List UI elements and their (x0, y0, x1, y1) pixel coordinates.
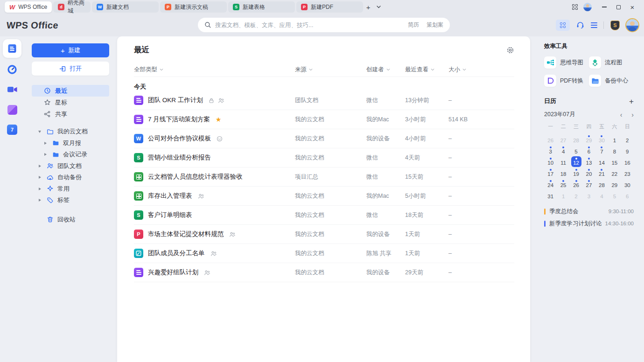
calendar-day[interactable]: 1 (557, 190, 569, 201)
app-tab[interactable]: P新建演示文稿 (160, 1, 227, 13)
calendar-day[interactable]: 2 (621, 134, 634, 145)
table-row[interactable]: 云文档管人员信息统计表理器验收项目汇总微信15天前– (134, 167, 514, 187)
calendar-day[interactable]: 12 (570, 156, 582, 167)
caret-right-icon[interactable] (37, 199, 42, 202)
calendar-event[interactable]: 季度总结会9:30-11:00 (544, 205, 634, 217)
calendar-event[interactable]: 新季度学习计划讨论14:30-16:00 (544, 217, 634, 230)
app-tab[interactable]: P新建PDF (296, 1, 363, 13)
calendar-day[interactable]: 19 (570, 167, 582, 178)
calendar-day[interactable]: 7 (595, 145, 608, 156)
app-tab[interactable]: WWPS Office (5, 1, 52, 13)
tree-item-我的云文档[interactable]: 我的云文档 (32, 126, 109, 138)
calendar-day[interactable]: 5 (608, 190, 621, 201)
member-badge-icon[interactable]: S (610, 20, 620, 30)
calendar-prev-button[interactable]: ‹ (620, 111, 623, 118)
calendar-day[interactable]: 6 (582, 145, 595, 156)
tool-PDF转换[interactable]: PDF转换 (544, 75, 589, 87)
rail-item-docs-home[interactable] (3, 39, 21, 58)
rail-item-meeting[interactable] (3, 80, 21, 99)
calendar-day[interactable]: 11 (557, 156, 569, 167)
calendar-day[interactable]: 1 (608, 134, 621, 145)
user-avatar[interactable] (626, 19, 638, 31)
rail-item-apps[interactable] (3, 100, 21, 119)
calendar-day[interactable]: 28 (570, 134, 582, 145)
filter-最近查看[interactable]: 最近查看 (405, 66, 448, 74)
table-row[interactable]: 7 月线下活动策划方案★我的云文档我的Mac3小时前514 KB (134, 110, 514, 129)
filter-大小[interactable]: 大小 (448, 66, 514, 74)
calendar-day[interactable]: 27 (557, 134, 569, 145)
sidebar-item-共享[interactable]: 共享 (32, 108, 109, 120)
table-row[interactable]: 库存出入管理表我的云文档我的Mac5小时前– (134, 187, 514, 206)
calendar-day[interactable]: 21 (595, 167, 608, 178)
caret-right-icon[interactable] (37, 176, 42, 179)
sidebar-item-回收站[interactable]: 回收站 (32, 214, 109, 226)
calendar-day[interactable]: 17 (544, 167, 557, 178)
table-row[interactable]: 兴趣爱好组队计划我的云文档我的设备29天前– (134, 263, 514, 282)
table-row[interactable]: S客户订单明细表我的云文档微信18天前– (134, 206, 514, 225)
calendar-day[interactable]: 6 (621, 190, 634, 201)
calendar-day[interactable]: 9 (621, 145, 634, 156)
app-tab[interactable]: W新建文档 (92, 1, 159, 13)
calendar-day[interactable]: 22 (608, 167, 621, 178)
table-row[interactable]: 团队 OKR 工作计划团队文档微信13分钟前– (134, 91, 514, 110)
tree-item-标签[interactable]: 标签 (32, 195, 109, 206)
calendar-day[interactable]: 4 (595, 190, 608, 201)
calendar-day[interactable]: 26 (544, 134, 557, 145)
calendar-day[interactable]: 29 (582, 134, 595, 145)
minimize-button[interactable] (597, 1, 611, 13)
sidebar-item-最近[interactable]: 最近 (32, 85, 109, 97)
calendar-day[interactable]: 15 (608, 156, 621, 167)
tool-思维导图[interactable]: 思维导图 (544, 56, 589, 69)
calendar-next-button[interactable]: › (631, 111, 634, 118)
calendar-day[interactable]: 25 (557, 179, 569, 189)
table-row[interactable]: P市场主体登记提交材料规范我的云文档我的设备1天前– (134, 225, 514, 244)
rail-item-calendar[interactable]: 7 (3, 120, 21, 139)
caret-right-icon[interactable] (37, 188, 42, 190)
new-tab-button[interactable]: + (363, 2, 373, 12)
filter-全部类型[interactable]: 全部类型 (134, 66, 295, 74)
filter-来源[interactable]: 来源 (295, 66, 366, 74)
tool-流程图[interactable]: 流程图 (589, 56, 634, 69)
calendar-day[interactable]: 23 (621, 167, 634, 178)
tab-list-chevron-icon[interactable] (373, 2, 384, 12)
calendar-day[interactable]: 16 (621, 156, 634, 167)
tree-item-自动备份[interactable]: 自动备份 (32, 172, 109, 183)
list-settings-gear-icon[interactable] (506, 46, 514, 54)
star-icon[interactable]: ★ (216, 116, 222, 123)
tree-item-会议记录[interactable]: 会议记录 (32, 149, 109, 160)
app-tab[interactable]: S新建表格 (228, 1, 295, 13)
calendar-day[interactable]: 30 (621, 179, 634, 189)
sidebar-item-星标[interactable]: 星标 (32, 97, 109, 108)
tool-备份中心[interactable]: 备份中心 (589, 75, 634, 87)
calendar-day[interactable]: 10 (544, 156, 557, 167)
add-event-button[interactable]: + (629, 97, 634, 105)
search-hotword[interactable]: 简历 (408, 21, 419, 29)
tree-item-双月报[interactable]: 双月报 (32, 138, 109, 149)
search-input[interactable] (215, 22, 404, 28)
calendar-day[interactable]: 2 (570, 190, 582, 201)
table-row[interactable]: W公司对外合作协议模板我的云文档我的设备4小时前– (134, 129, 514, 148)
search-bar[interactable]: 简历策划案 (198, 18, 450, 32)
tree-item-团队文档[interactable]: 团队文档 (32, 160, 109, 172)
app-center-icon[interactable] (556, 20, 570, 31)
calendar-day[interactable]: 14 (595, 156, 608, 167)
open-file-button[interactable]: 打开 (32, 62, 109, 76)
close-button[interactable]: × (625, 1, 639, 13)
filter-创建者[interactable]: 创建者 (366, 66, 405, 74)
table-row[interactable]: 团队成员及分工名单我的云文档陈旭 共享1天前– (134, 244, 514, 263)
calendar-day[interactable]: 5 (570, 145, 582, 156)
calendar-day[interactable]: 27 (582, 179, 595, 189)
calendar-day[interactable]: 13 (582, 156, 595, 167)
calendar-day[interactable]: 20 (582, 167, 595, 178)
global-menu-icon[interactable] (591, 22, 597, 28)
calendar-day[interactable]: 29 (608, 179, 621, 189)
support-headset-icon[interactable] (576, 21, 585, 29)
caret-right-icon[interactable] (37, 165, 42, 167)
calendar-day[interactable]: 24 (544, 179, 557, 189)
table-row[interactable]: S营销小组业绩分析报告我的云文档微信4天前– (134, 148, 514, 167)
titlebar-avatar[interactable] (583, 3, 592, 11)
calendar-day[interactable]: 3 (544, 145, 557, 156)
tree-item-常用[interactable]: 常用 (32, 183, 109, 195)
calendar-day[interactable]: 8 (608, 145, 621, 156)
maximize-button[interactable] (611, 1, 625, 13)
